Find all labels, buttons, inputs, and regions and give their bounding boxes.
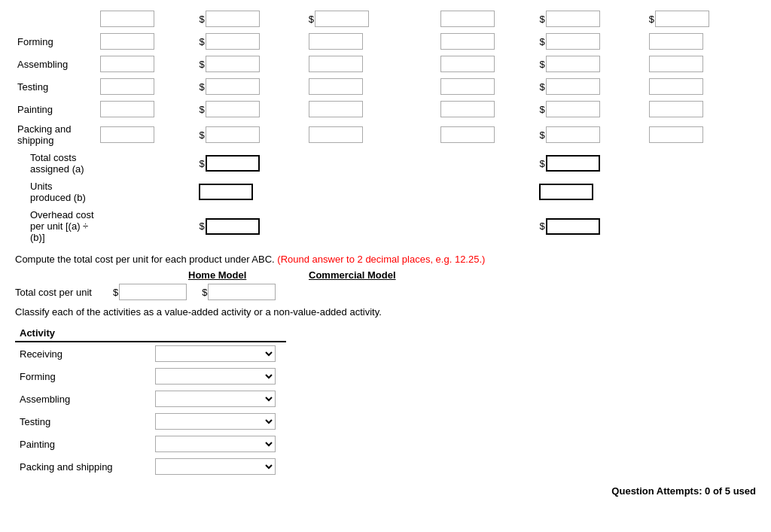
forming-row: Forming $ $ — [15, 30, 756, 53]
home-col3-row0-input[interactable] — [315, 11, 369, 27]
comm-col1-forming-input[interactable] — [440, 33, 495, 50]
assembling-label: Assembling — [15, 53, 98, 75]
home-col2-assembling-input[interactable] — [206, 56, 260, 72]
classify-instruction: Classify each of the activities as a val… — [15, 306, 756, 318]
comm-total-cost-per-unit-input[interactable] — [208, 284, 276, 300]
total-costs-row: Total costs assigned (a) $ $ — [15, 149, 756, 178]
empty-label — [15, 8, 98, 30]
home-model-header: Home Model — [188, 269, 309, 281]
receiving-activity-row: Receiving Value-added Non-value-added — [15, 342, 286, 365]
units-produced-row: Units produced (b) — [15, 178, 756, 206]
activity-classification-table: Activity Receiving Value-added Non-value… — [15, 325, 286, 478]
comm-total-cost-group: $ — [202, 284, 276, 300]
dollar-sign: $ — [199, 81, 204, 93]
comm-col1-assembling-input[interactable] — [440, 56, 495, 72]
comm-col2-assembling-input[interactable] — [546, 56, 600, 72]
dollar-sign: $ — [199, 36, 204, 47]
packing-shipping-activity-select[interactable]: Value-added Non-value-added — [155, 458, 276, 475]
home-col1-packing-input[interactable] — [100, 126, 154, 143]
home-col3-painting-input[interactable] — [309, 101, 363, 117]
comm-col3-forming-input[interactable] — [649, 33, 703, 50]
home-total-cost-per-unit-input[interactable] — [119, 284, 187, 300]
compute-text-main: Compute the total cost per unit for each… — [15, 254, 275, 265]
home-col3-packing-input[interactable] — [309, 126, 363, 143]
dollar-sign: $ — [539, 81, 544, 93]
dollar-sign: $ — [113, 287, 118, 298]
home-col1-painting-input[interactable] — [100, 101, 154, 117]
packing-label: Packing and shipping — [15, 120, 98, 149]
comm-col3-assembling-input[interactable] — [649, 56, 703, 72]
comm-col3-painting-input[interactable] — [649, 101, 703, 117]
dollar-sign: $ — [539, 104, 544, 115]
painting-activity-select[interactable]: Value-added Non-value-added — [155, 436, 276, 452]
comm-units-produced-input[interactable] — [539, 184, 593, 200]
comm-col1-testing-input[interactable] — [440, 78, 495, 95]
assembling-row: Assembling $ $ — [15, 53, 756, 75]
comm-total-costs-input[interactable] — [546, 155, 600, 172]
home-col1-forming-input[interactable] — [100, 33, 154, 50]
dollar-sign: $ — [539, 158, 544, 169]
compute-instruction: Compute the total cost per unit for each… — [15, 254, 756, 265]
home-col2-painting-input[interactable] — [206, 101, 260, 117]
home-overhead-cost-input[interactable] — [206, 218, 260, 235]
home-col2-row0-input[interactable] — [206, 11, 260, 27]
home-col2-testing-input[interactable] — [206, 78, 260, 95]
testing-activity-label: Testing — [15, 410, 151, 433]
home-total-cost-group: $ — [113, 284, 187, 300]
home-col2-forming-input[interactable] — [206, 33, 260, 50]
home-units-produced-input[interactable] — [199, 184, 253, 200]
comm-col3-packing-input[interactable] — [649, 126, 703, 143]
packing-row: Packing and shipping $ $ — [15, 120, 756, 149]
home-col2-packing-input[interactable] — [206, 126, 260, 143]
comm-overhead-cost-input[interactable] — [546, 218, 600, 235]
round-note: (Round answer to 2 decimal places, e.g. … — [277, 254, 485, 265]
testing-label: Testing — [15, 75, 98, 98]
comm-col1-packing-input[interactable] — [440, 126, 495, 143]
comm-col2-packing-input[interactable] — [546, 126, 600, 143]
home-col3-forming-input[interactable] — [309, 33, 363, 50]
home-col1-row0-input[interactable] — [100, 11, 154, 27]
painting-activity-row: Painting Value-added Non-value-added — [15, 433, 286, 455]
dollar-sign: $ — [199, 14, 204, 25]
testing-activity-select[interactable]: Value-added Non-value-added — [155, 413, 276, 430]
comm-col2-row0-input[interactable] — [546, 11, 600, 27]
home-col1-assembling-input[interactable] — [100, 56, 154, 72]
receiving-activity-select[interactable]: Value-added Non-value-added — [155, 345, 276, 362]
home-col3-testing-input[interactable] — [309, 78, 363, 95]
units-produced-label: Units produced (b) — [15, 178, 98, 206]
home-col1-testing-input[interactable] — [100, 78, 154, 95]
comm-col2-forming-input[interactable] — [546, 33, 600, 50]
dollar-sign: $ — [199, 59, 204, 70]
dollar-sign: $ — [539, 14, 544, 25]
comm-col3-row0-input[interactable] — [655, 11, 709, 27]
comm-col1-painting-input[interactable] — [440, 101, 495, 117]
dollar-sign: $ — [199, 104, 204, 115]
forming-activity-label: Forming — [15, 365, 151, 388]
overhead-cost-label: Overhead cost per unit [(a) ÷ (b)] — [15, 206, 98, 246]
forming-activity-select[interactable]: Value-added Non-value-added — [155, 368, 276, 385]
comm-col3-testing-input[interactable] — [649, 78, 703, 95]
dollar-sign: $ — [199, 158, 204, 169]
forming-activity-row: Forming Value-added Non-value-added — [15, 365, 286, 388]
dollar-sign: $ — [202, 287, 207, 298]
comm-col2-testing-input[interactable] — [546, 78, 600, 95]
question-attempts: Question Attempts: 0 of 5 used — [15, 485, 756, 497]
receiving-activity-label: Receiving — [15, 342, 151, 365]
comm-col1-row0-input[interactable] — [440, 11, 495, 27]
painting-activity-label: Painting — [15, 433, 151, 455]
comm-col2-painting-input[interactable] — [546, 101, 600, 117]
dollar-sign: $ — [539, 129, 544, 141]
models-header: Home Model Commercial Model — [188, 269, 756, 281]
home-total-costs-input[interactable] — [206, 155, 260, 172]
activity-column-header: Activity — [15, 325, 151, 342]
dollar-sign: $ — [539, 36, 544, 47]
painting-row: Painting $ $ — [15, 98, 756, 120]
packing-shipping-activity-label: Packing and shipping — [15, 455, 151, 478]
dollar-sign: $ — [309, 14, 314, 25]
home-col3-assembling-input[interactable] — [309, 56, 363, 72]
testing-activity-row: Testing Value-added Non-value-added — [15, 410, 286, 433]
home-model-label: Home Model — [188, 269, 246, 281]
assembling-activity-select[interactable]: Value-added Non-value-added — [155, 391, 276, 407]
activity-table-header: Activity — [15, 325, 286, 342]
commercial-model-header: Commercial Model — [309, 269, 414, 281]
